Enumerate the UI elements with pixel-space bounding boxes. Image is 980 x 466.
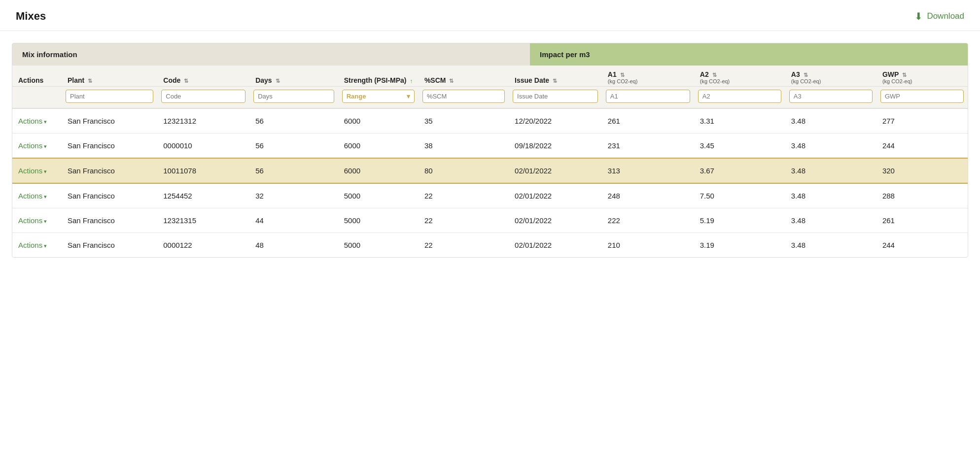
actions-button[interactable]: Actions bbox=[18, 166, 47, 175]
sort-icon-strength[interactable]: ↑ bbox=[410, 78, 413, 84]
sort-icon-gwp[interactable]: ⇅ bbox=[902, 72, 907, 78]
cell-a2: 3.19 bbox=[694, 233, 785, 258]
filter-scm bbox=[419, 87, 509, 109]
cell-issue_date: 12/20/2022 bbox=[509, 108, 602, 133]
cell-code: 1254452 bbox=[157, 183, 249, 208]
actions-button[interactable]: Actions bbox=[18, 216, 47, 225]
col-header-gwp: GWP ⇅ (kg CO2-eq) bbox=[876, 66, 968, 87]
filter-plant bbox=[62, 87, 157, 109]
filter-strength: Range ▾ bbox=[338, 87, 419, 109]
cell-plant: San Francisco bbox=[62, 108, 157, 133]
cell-gwp: 288 bbox=[876, 183, 968, 208]
col-header-a3: A3 ⇅ (kg CO2-eq) bbox=[785, 66, 876, 87]
cell-a1: 248 bbox=[602, 183, 694, 208]
sort-icon-issue-date[interactable]: ⇅ bbox=[553, 78, 557, 84]
cell-actions: Actions bbox=[12, 133, 62, 159]
cell-actions: Actions bbox=[12, 158, 62, 183]
col-header-a1: A1 ⇅ (kg CO2-eq) bbox=[602, 66, 694, 87]
cell-days: 32 bbox=[249, 183, 338, 208]
cell-gwp: 244 bbox=[876, 133, 968, 159]
col-header-issue-date: Issue Date ⇅ bbox=[509, 66, 602, 87]
cell-scm: 22 bbox=[419, 233, 509, 258]
table-row: ActionsSan Francisco100110785660008002/0… bbox=[12, 158, 968, 183]
a1-filter-input[interactable] bbox=[606, 90, 690, 103]
filter-code bbox=[157, 87, 249, 109]
sort-icon-plant[interactable]: ⇅ bbox=[88, 78, 92, 84]
filter-gwp bbox=[876, 87, 968, 109]
cell-issue_date: 02/01/2022 bbox=[509, 183, 602, 208]
actions-button[interactable]: Actions bbox=[18, 141, 47, 150]
gwp-filter-input[interactable] bbox=[880, 90, 964, 103]
cell-strength: 6000 bbox=[338, 133, 419, 159]
col-header-days: Days ⇅ bbox=[249, 66, 338, 87]
sort-icon-a3[interactable]: ⇅ bbox=[804, 72, 808, 78]
code-filter-input[interactable] bbox=[161, 90, 245, 103]
a2-filter-input[interactable] bbox=[698, 90, 781, 103]
cell-strength: 5000 bbox=[338, 183, 419, 208]
cell-strength: 6000 bbox=[338, 158, 419, 183]
col-header-code: Code ⇅ bbox=[157, 66, 249, 87]
cell-actions: Actions bbox=[12, 233, 62, 258]
plant-filter-input[interactable] bbox=[66, 90, 153, 103]
strength-filter-range[interactable]: Range ▾ bbox=[342, 90, 415, 103]
table-row: ActionsSan Francisco00001224850002202/01… bbox=[12, 233, 968, 258]
cell-code: 10011078 bbox=[157, 158, 249, 183]
scm-filter-input[interactable] bbox=[422, 90, 505, 103]
cell-gwp: 244 bbox=[876, 233, 968, 258]
cell-plant: San Francisco bbox=[62, 133, 157, 159]
cell-scm: 38 bbox=[419, 133, 509, 159]
mixes-table: Actions Plant ⇅ Code ⇅ Days ⇅ Strength (… bbox=[12, 66, 968, 257]
days-filter-input[interactable] bbox=[253, 90, 334, 103]
cell-issue_date: 02/01/2022 bbox=[509, 208, 602, 233]
actions-button[interactable]: Actions bbox=[18, 241, 47, 249]
sort-icon-a2[interactable]: ⇅ bbox=[712, 72, 717, 78]
sort-icon-days[interactable]: ⇅ bbox=[276, 78, 280, 84]
cell-days: 56 bbox=[249, 133, 338, 159]
cell-strength: 6000 bbox=[338, 108, 419, 133]
cell-a1: 313 bbox=[602, 158, 694, 183]
col-header-actions: Actions bbox=[12, 66, 62, 87]
cell-strength: 5000 bbox=[338, 233, 419, 258]
filter-actions bbox=[12, 87, 62, 109]
cell-plant: San Francisco bbox=[62, 158, 157, 183]
sort-icon-code[interactable]: ⇅ bbox=[184, 78, 188, 84]
col-header-scm: %SCM ⇅ bbox=[419, 66, 509, 87]
cell-gwp: 277 bbox=[876, 108, 968, 133]
cell-code: 12321312 bbox=[157, 108, 249, 133]
cell-issue_date: 02/01/2022 bbox=[509, 233, 602, 258]
table-row: ActionsSan Francisco123213125660003512/2… bbox=[12, 108, 968, 133]
cell-scm: 22 bbox=[419, 183, 509, 208]
cell-plant: San Francisco bbox=[62, 233, 157, 258]
sort-icon-scm[interactable]: ⇅ bbox=[449, 78, 454, 84]
cell-days: 56 bbox=[249, 158, 338, 183]
cell-a1: 210 bbox=[602, 233, 694, 258]
a3-filter-input[interactable] bbox=[789, 90, 873, 103]
cell-issue_date: 09/18/2022 bbox=[509, 133, 602, 159]
table-body: ActionsSan Francisco123213125660003512/2… bbox=[12, 108, 968, 257]
cell-plant: San Francisco bbox=[62, 183, 157, 208]
sort-icon-a1[interactable]: ⇅ bbox=[620, 72, 625, 78]
mixes-table-container: Mix information Impact per m3 Actions Pl… bbox=[12, 43, 968, 258]
cell-a3: 3.48 bbox=[785, 183, 876, 208]
filter-row: Range ▾ bbox=[12, 87, 968, 109]
cell-days: 56 bbox=[249, 108, 338, 133]
cell-actions: Actions bbox=[12, 208, 62, 233]
column-header-row: Actions Plant ⇅ Code ⇅ Days ⇅ Strength (… bbox=[12, 66, 968, 87]
actions-button[interactable]: Actions bbox=[18, 192, 47, 200]
page-title: Mixes bbox=[16, 10, 46, 23]
impact-group-header: Impact per m3 bbox=[530, 43, 968, 66]
cell-gwp: 261 bbox=[876, 208, 968, 233]
cell-a3: 3.48 bbox=[785, 158, 876, 183]
cell-a1: 261 bbox=[602, 108, 694, 133]
col-header-a2: A2 ⇅ (kg CO2-eq) bbox=[694, 66, 785, 87]
issue-date-filter-input[interactable] bbox=[513, 90, 598, 103]
cell-a1: 231 bbox=[602, 133, 694, 159]
download-button[interactable]: ⬇ Download bbox=[914, 10, 964, 22]
mix-info-group-header: Mix information bbox=[12, 43, 530, 66]
filter-a3 bbox=[785, 87, 876, 109]
table-row: ActionsSan Francisco00000105660003809/18… bbox=[12, 133, 968, 159]
cell-actions: Actions bbox=[12, 183, 62, 208]
filter-days bbox=[249, 87, 338, 109]
cell-days: 48 bbox=[249, 233, 338, 258]
actions-button[interactable]: Actions bbox=[18, 117, 47, 125]
